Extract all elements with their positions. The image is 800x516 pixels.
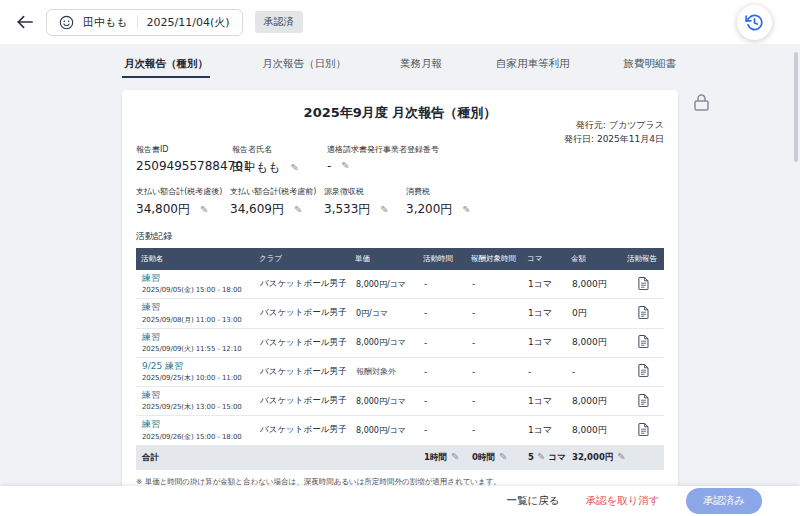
back-arrow-icon[interactable]	[16, 14, 34, 30]
activity-report-document-icon[interactable]	[638, 423, 649, 436]
activity-unit-price: 8,000円/コマ	[350, 416, 418, 445]
field-total-before-tax: 支払い額合計(税考慮前)34,609円✎	[230, 186, 324, 218]
activity-row: 9/25 練習2025/09/25(木) 10:00 - 11:00バスケットボ…	[136, 357, 664, 386]
tab-monthly-report-by-type[interactable]: 月次報告（種別）	[122, 54, 210, 78]
reward-target-time: -	[466, 328, 522, 357]
activity-club: バスケットボール男子	[254, 328, 350, 357]
activity-unit-price: 8,000円/コマ	[350, 328, 418, 357]
edit-pencil-icon[interactable]: ✎	[380, 205, 388, 215]
report-card: 2025年9月度 月次報告（種別） 発行元: ブカツプラス 発行日: 2025年…	[122, 90, 678, 486]
activity-row: 練習2025/09/09(火) 11:55 - 12:10バスケットボール男子8…	[136, 328, 664, 357]
activity-datetime: 2025/09/25(木) 10:00 - 11:00	[142, 373, 248, 383]
activity-unit-price: 0円/コマ	[350, 299, 418, 328]
field-value-text: -	[327, 159, 331, 173]
activity-report-cell	[622, 416, 664, 445]
cancel-approval-link[interactable]: 承認を取り消す	[586, 494, 660, 508]
tab-travel-expense-detail[interactable]: 旅費明細書	[622, 54, 679, 78]
field-value-text: 田中もも	[232, 159, 281, 176]
field-value-text: 34,800円	[136, 201, 190, 218]
total-activity-time-value: 1時間	[424, 452, 447, 462]
activity-club: バスケットボール男子	[254, 299, 350, 328]
history-button[interactable]	[737, 5, 772, 40]
tab-monthly-report-by-day[interactable]: 月次報告（日別）	[260, 54, 348, 78]
activity-column-7: 活動報告	[622, 248, 664, 270]
activity-name-link[interactable]: 練習	[142, 273, 248, 284]
activity-report-cell	[622, 387, 664, 416]
issuer-block: 発行元: ブカツプラス 発行日: 2025年11月4日	[564, 119, 664, 147]
field-value-text: 3,533円	[324, 201, 370, 218]
edit-pencil-icon[interactable]: ✎	[291, 163, 299, 173]
edit-pencil-icon[interactable]: ✎	[341, 161, 349, 171]
status-badge: 承認済	[255, 11, 303, 33]
activity-name-cell: 練習2025/09/08(月) 11:00 - 13:00	[136, 299, 254, 328]
edit-pencil-icon[interactable]: ✎	[451, 451, 459, 462]
reward-target-time: -	[466, 387, 522, 416]
activity-row: 練習2025/09/05(金) 15:00 - 18:00バスケットボール男子8…	[136, 270, 664, 299]
user-date-selector[interactable]: 田中もも 2025/11/04(火)	[46, 9, 243, 36]
activity-amount: 8,000円	[566, 270, 622, 299]
activity-column-0: 活動名	[136, 248, 254, 270]
activity-club: バスケットボール男子	[254, 270, 350, 299]
field-label: 報告者氏名	[232, 144, 327, 155]
activity-koma: 1コマ	[522, 416, 566, 445]
edit-pencil-icon[interactable]: ✎	[499, 451, 507, 462]
activity-datetime: 2025/09/08(月) 11:00 - 13:00	[142, 315, 248, 325]
field-value: 34,609円✎	[230, 201, 324, 218]
activity-report-cell	[622, 357, 664, 386]
activity-column-1: クラブ	[254, 248, 350, 270]
calculation-note: ※ 単価と時間の掛け算が金額と合わない場合は、深夜時間あるいは所定時間外の割増が…	[136, 477, 664, 487]
activity-name-cell: 練習2025/09/26(金) 15:00 - 18:00	[136, 416, 254, 445]
activity-report-document-icon[interactable]	[638, 306, 649, 319]
edit-pencil-icon[interactable]: ✎	[200, 205, 208, 215]
field-invoice-registration-number: 適格請求書発行事業者登録番号-✎	[327, 144, 664, 176]
activity-report-document-icon[interactable]	[638, 394, 649, 407]
activity-total-row: 合計1時間✎0時間✎5✎コマ32,000円✎	[136, 445, 664, 470]
activity-row: 練習2025/09/25(木) 13:00 - 15:00バスケットボール男子8…	[136, 387, 664, 416]
edit-pencil-icon[interactable]: ✎	[537, 451, 545, 462]
activity-report-cell	[622, 299, 664, 328]
activity-name-link[interactable]: 練習	[142, 332, 248, 343]
edit-pencil-icon[interactable]: ✎	[462, 205, 470, 215]
field-value: 3,200円✎	[406, 201, 664, 218]
activity-report-document-icon[interactable]	[638, 277, 649, 290]
activity-datetime: 2025/09/09(火) 11:55 - 12:10	[142, 344, 248, 354]
activity-section-title: 活動記録	[136, 230, 664, 243]
activity-name-link[interactable]: 練習	[142, 419, 248, 430]
tab-monthly-work-report[interactable]: 業務月報	[398, 54, 444, 78]
field-value-text: 34,609円	[230, 201, 284, 218]
field-value: 250949557884701	[136, 159, 232, 173]
total-reward-time: 0時間✎	[466, 445, 522, 470]
activity-row: 練習2025/09/26(金) 15:00 - 18:00バスケットボール男子8…	[136, 416, 664, 445]
field-withholding-tax: 源泉徴収税3,533円✎	[324, 186, 406, 218]
activity-name-link[interactable]: 9/25 練習	[142, 361, 248, 372]
activity-row: 練習2025/09/08(月) 11:00 - 13:00バスケットボール男子0…	[136, 299, 664, 328]
top-bar: 田中もも 2025/11/04(火) 承認済	[0, 0, 800, 44]
field-value: 3,533円✎	[324, 201, 406, 218]
total-amount-value: 32,000円	[572, 452, 613, 462]
field-value: 34,800円✎	[136, 201, 230, 218]
activity-time: -	[418, 299, 466, 328]
activity-koma: 1コマ	[522, 299, 566, 328]
activity-report-document-icon[interactable]	[638, 335, 649, 348]
edit-pencil-icon[interactable]: ✎	[294, 205, 302, 215]
content-area: 月次報告（種別）月次報告（日別）業務月報自家用車等利用旅費明細書 2025年9月…	[0, 44, 800, 486]
activity-report-document-icon[interactable]	[638, 364, 649, 377]
activity-column-4: 報酬対象時間	[466, 248, 522, 270]
activity-column-5: コマ	[522, 248, 566, 270]
activity-table: 活動名クラブ単価活動時間報酬対象時間コマ金額活動報告 練習2025/09/05(…	[136, 248, 664, 470]
total-koma-unit: コマ	[548, 452, 565, 462]
activity-name-link[interactable]: 練習	[142, 302, 248, 313]
tab-private-car-use[interactable]: 自家用車等利用	[494, 54, 572, 78]
report-card-wrapper: 2025年9月度 月次報告（種別） 発行元: ブカツプラス 発行日: 2025年…	[122, 90, 678, 486]
total-amount: 32,000円✎	[566, 445, 622, 470]
activity-report-cell	[622, 270, 664, 299]
approved-button[interactable]: 承認済み	[686, 488, 762, 514]
field-value: 田中もも✎	[232, 159, 327, 176]
scrollbar[interactable]	[794, 52, 798, 162]
activity-name-link[interactable]: 練習	[142, 390, 248, 401]
smiley-face-icon	[59, 15, 74, 30]
edit-pencil-icon[interactable]: ✎	[617, 451, 625, 462]
activity-table-header: 活動名クラブ単価活動時間報酬対象時間コマ金額活動報告	[136, 248, 664, 270]
back-to-list-link[interactable]: 一覧に戻る	[507, 494, 560, 508]
lock-icon[interactable]	[693, 93, 710, 112]
